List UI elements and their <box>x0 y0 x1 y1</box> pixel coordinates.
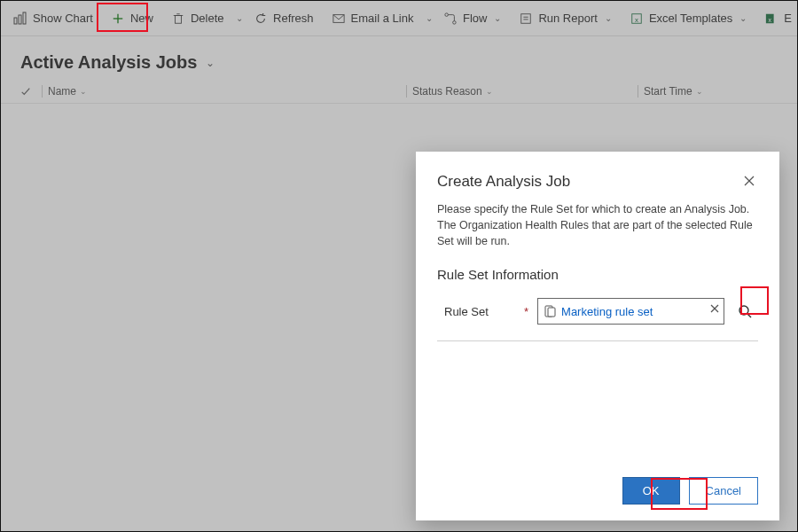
dialog-description: Please specify the Rule Set for which to… <box>437 201 758 249</box>
create-analysis-job-dialog: Create Analysis Job Please specify the R… <box>416 152 779 520</box>
clear-lookup-button[interactable] <box>708 304 722 318</box>
record-icon <box>544 305 556 317</box>
ok-button[interactable]: OK <box>622 477 680 505</box>
dialog-close-button[interactable] <box>740 173 758 191</box>
lookup-search-button[interactable] <box>732 298 758 325</box>
svg-line-25 <box>747 314 751 317</box>
dialog-section-title: Rule Set Information <box>437 267 758 282</box>
rule-set-lookup-field[interactable]: Marketing rule set <box>537 298 724 325</box>
required-indicator: * <box>524 305 528 318</box>
rule-set-field-label: Rule Set <box>437 305 517 318</box>
dialog-title: Create Analysis Job <box>437 173 570 191</box>
cancel-button[interactable]: Cancel <box>689 477 758 505</box>
svg-rect-21 <box>548 308 555 317</box>
svg-point-24 <box>739 306 748 315</box>
rule-set-selected-value: Marketing rule set <box>561 305 702 318</box>
